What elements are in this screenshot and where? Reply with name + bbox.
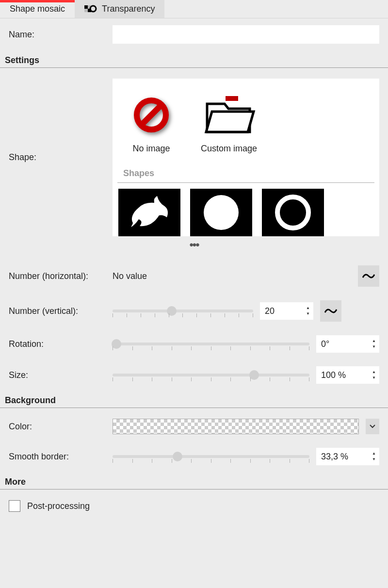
spin-down-icon[interactable]: ▼: [371, 457, 377, 462]
shapes-header: Shapes: [117, 168, 374, 183]
rotation-input[interactable]: 0° ▲ ▼: [316, 335, 379, 353]
no-image-icon: [133, 97, 170, 133]
svg-point-7: [204, 195, 239, 230]
shape-tile-circle-filled[interactable]: [190, 189, 252, 236]
spin-down-icon[interactable]: ▼: [371, 376, 377, 380]
post-processing-checkbox[interactable]: [9, 500, 20, 512]
name-input[interactable]: [113, 25, 379, 44]
tab-label: Transparency: [102, 4, 155, 14]
shape-tile-circle-outline[interactable]: [262, 189, 324, 236]
tab-label: Shape mosaic: [10, 4, 65, 14]
number-vertical-slider[interactable]: [113, 303, 253, 319]
color-dropdown[interactable]: [366, 419, 379, 434]
tab-transparency[interactable]: Transparency: [75, 0, 164, 18]
tilde-icon: [362, 273, 375, 279]
spin-up-icon[interactable]: ▲: [305, 306, 311, 310]
smooth-border-input[interactable]: 33,3 % ▲ ▼: [316, 448, 379, 465]
chevron-down-icon: [370, 425, 375, 428]
tilde-icon: [324, 308, 337, 314]
spin-down-icon[interactable]: ▼: [371, 344, 377, 349]
spin-up-icon[interactable]: ▲: [371, 370, 377, 375]
dolphin-icon: [125, 193, 174, 232]
circle-outline-icon: [269, 193, 317, 232]
post-processing-label: Post-processing: [27, 501, 90, 511]
svg-point-8: [277, 197, 308, 228]
number-horizontal-label: Number (horizontal):: [9, 271, 106, 281]
section-more: More: [0, 472, 388, 490]
section-background: Background: [0, 391, 388, 408]
transparency-icon: [84, 4, 98, 14]
shape-tile-dolphin[interactable]: [118, 189, 180, 236]
spin-down-icon[interactable]: ▼: [305, 311, 311, 316]
size-label: Size:: [9, 370, 106, 380]
smooth-border-label: Smooth border:: [9, 452, 106, 462]
spin-up-icon[interactable]: ▲: [371, 451, 377, 456]
number-vertical-input[interactable]: 20 ▲ ▼: [260, 302, 313, 320]
svg-rect-6: [226, 96, 238, 101]
color-swatch[interactable]: [113, 419, 359, 434]
shape-option-no-image[interactable]: No image: [122, 93, 180, 154]
circle-filled-icon: [197, 193, 245, 232]
svg-rect-0: [84, 5, 88, 9]
shape-option-label: Custom image: [201, 144, 257, 154]
color-label: Color:: [9, 422, 106, 432]
number-horizontal-value: No value: [113, 271, 351, 281]
spin-up-icon[interactable]: ▲: [371, 339, 377, 343]
size-slider[interactable]: [113, 367, 309, 383]
variation-toggle-horizontal[interactable]: [358, 265, 379, 287]
svg-rect-2: [84, 9, 88, 12]
size-input[interactable]: 100 % ▲ ▼: [316, 366, 379, 384]
number-vertical-label: Number (vertical):: [9, 306, 106, 316]
rotation-slider[interactable]: [113, 336, 309, 352]
shape-label: Shape:: [9, 152, 106, 163]
shape-option-label: No image: [132, 144, 170, 154]
svg-line-5: [142, 105, 161, 125]
smooth-border-slider[interactable]: [113, 448, 309, 465]
shape-option-custom-image[interactable]: Custom image: [200, 93, 258, 154]
rotation-label: Rotation:: [9, 339, 106, 349]
section-settings: Settings: [0, 50, 388, 68]
more-dots-icon[interactable]: •••: [0, 236, 388, 254]
variation-toggle-vertical[interactable]: [320, 300, 341, 322]
name-label: Name:: [9, 30, 106, 40]
folder-open-icon: [202, 93, 256, 137]
tab-shape-mosaic[interactable]: Shape mosaic: [0, 0, 75, 18]
